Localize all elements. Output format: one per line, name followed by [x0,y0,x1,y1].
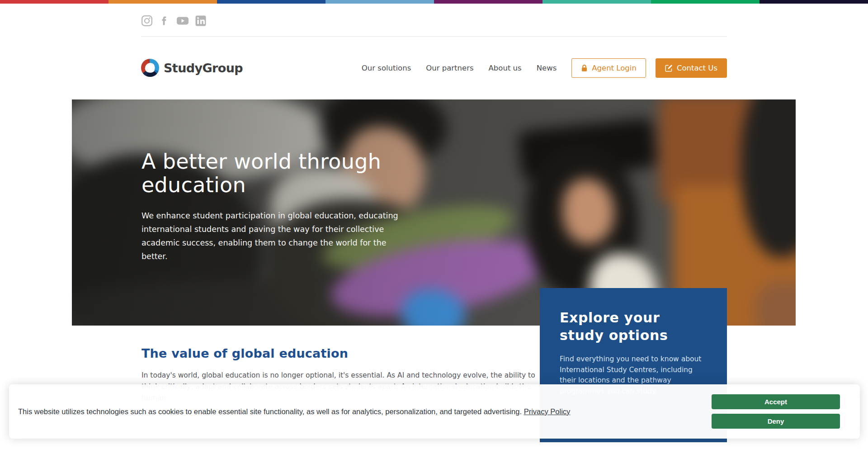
lock-icon [581,64,588,72]
site-header: StudyGroup Our solutions Our partners Ab… [141,49,727,87]
deny-button[interactable]: Deny [712,414,840,429]
studygroup-logo-text: StudyGroup [164,61,243,75]
header-divider [141,36,727,37]
nav-our-partners[interactable]: Our partners [426,64,473,72]
studygroup-logo[interactable]: StudyGroup [141,59,243,77]
main-nav: Our solutions Our partners About us News… [362,58,727,78]
hero-paragraph: We enhance student participation in glob… [142,209,406,263]
accept-button[interactable]: Accept [712,394,840,409]
nav-news[interactable]: News [537,64,557,72]
social-links [141,15,206,27]
nav-our-solutions[interactable]: Our solutions [362,64,411,72]
facebook-icon[interactable] [159,15,170,26]
hero-text-block: A better world through education We enha… [142,150,440,263]
privacy-policy-link[interactable]: Privacy Policy [524,407,571,416]
nav-about-us[interactable]: About us [489,64,522,72]
cookie-buttons: Accept Deny [712,394,840,429]
youtube-icon[interactable] [176,15,189,26]
studygroup-logo-icon [141,59,159,77]
edit-icon [665,64,673,72]
contact-us-button[interactable]: Contact Us [656,58,727,78]
hero-heading: A better world through education [142,150,431,197]
instagram-icon[interactable] [141,15,153,27]
value-section-heading: The value of global education [142,346,348,360]
agent-login-button[interactable]: Agent Login [571,58,646,78]
study-card-heading: Explore your study options [560,309,707,344]
top-color-stripe [0,0,868,4]
cookie-message: This website utilizes technologies such … [18,407,570,416]
linkedin-icon[interactable] [195,15,206,26]
cookie-consent-banner: This website utilizes technologies such … [9,384,860,439]
